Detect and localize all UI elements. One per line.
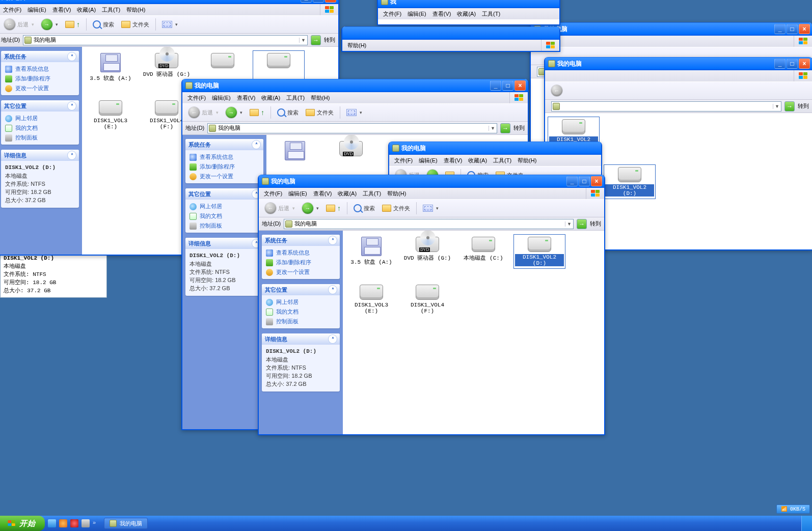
search-button[interactable]: 搜索 [90, 17, 117, 32]
address-dropdown-icon[interactable]: ▼ [299, 38, 307, 43]
menu-fav[interactable]: 收藏(A) [335, 189, 360, 199]
sidebar: 系统任务˄ 查看系统信息 添加/删除程序 更改一个设置 其它位置˄ 网上邻居 我… [182, 135, 266, 429]
forward-button[interactable]: →▾ [223, 105, 246, 120]
search-button[interactable]: 搜索 [274, 105, 302, 120]
ql-expand-icon[interactable]: » [93, 519, 101, 527]
drive-item-dvd[interactable]: DVD [326, 139, 376, 164]
sidebar: 系统任务˄ 查看系统信息 添加/删除程序 更改一个设置 其它位置˄ 网上邻居 我… [0, 47, 82, 255]
menu-help[interactable]: 帮助(H) [308, 93, 333, 103]
drive-item-f[interactable]: DISK1_VOL4 (F:) [402, 283, 453, 316]
menu-file[interactable]: 文件(F) [261, 189, 285, 199]
chevron-up-icon: ˄ [329, 335, 337, 343]
drive-item-e[interactable]: DISK1_VOL3 (E:) [346, 283, 397, 316]
close-button[interactable]: × [515, 80, 526, 91]
ql-icon[interactable] [48, 519, 56, 527]
menu-edit[interactable]: 编辑(E) [209, 93, 234, 103]
drive-item-floppy[interactable]: 3.5 软盘 (A:) [85, 51, 136, 84]
minimize-button[interactable]: _ [774, 24, 786, 34]
views-button[interactable]: ▾ [420, 201, 442, 215]
address-combo[interactable]: ▼ [284, 219, 574, 229]
drive-item-e[interactable]: DISK1_VOL3 (E:) [85, 98, 136, 132]
panel-details-header[interactable]: 详细信息˄ [262, 333, 340, 345]
forward-button[interactable]: →▾ [299, 201, 322, 215]
link-change-setting[interactable]: 更改一个设置 [266, 268, 336, 276]
menu-edit[interactable]: 编辑(E) [285, 189, 310, 199]
panel-details-header[interactable]: 详细信息˄ [1, 150, 79, 161]
address-combo[interactable]: ▼ [207, 123, 497, 133]
ql-icon[interactable] [82, 519, 90, 527]
menu-view[interactable]: 查看(V) [310, 189, 335, 199]
menu-help[interactable]: 帮助(H) [384, 189, 409, 199]
link-network[interactable]: 网上邻居 [5, 115, 75, 122]
drive-item-c[interactable]: 本地磁盘 (C:) [458, 235, 509, 268]
maximize-button[interactable]: □ [787, 24, 798, 34]
minimize-button[interactable]: _ [490, 80, 501, 91]
link-add-remove[interactable]: 添加/删除程序 [266, 259, 336, 266]
link-mydocs[interactable]: 我的文档 [5, 124, 75, 132]
link-control-panel[interactable]: 控制面板 [5, 134, 75, 142]
quick-launch: » [45, 516, 104, 531]
go-button[interactable]: → [311, 35, 321, 45]
titlebar[interactable]: 我的电脑 _ □ × [182, 79, 528, 92]
menu-tools[interactable]: 工具(T) [360, 189, 384, 199]
address-dropdown-icon[interactable]: ▼ [489, 126, 497, 131]
menu-view[interactable]: 查看(V) [234, 93, 259, 103]
views-button[interactable]: ▾ [343, 105, 365, 120]
menu-tools[interactable]: 工具(T) [283, 93, 308, 103]
address-combo[interactable]: ▼ [23, 35, 308, 45]
close-button[interactable]: × [325, 0, 336, 3]
taskbar-task[interactable]: 我的电脑 [104, 518, 148, 529]
close-button[interactable]: × [799, 59, 810, 69]
hdd-icon [211, 53, 234, 68]
system-tray[interactable] [801, 516, 812, 531]
link-change-setting[interactable]: 更改一个设置 [5, 85, 75, 92]
menu-fav[interactable]: 收藏(A) [258, 93, 283, 103]
link-system-info[interactable]: 查看系统信息 [266, 249, 336, 257]
views-button[interactable]: ▾ [159, 17, 181, 32]
minimize-button[interactable]: _ [566, 176, 578, 186]
maximize-button[interactable]: □ [787, 59, 798, 69]
drive-item-dvd[interactable]: DVDDVD 驱动器 (G:) [402, 235, 453, 268]
address-input[interactable] [292, 221, 565, 227]
up-button[interactable]: ↑ [323, 201, 344, 215]
forward-button[interactable]: →▾ [38, 17, 61, 32]
folders-button[interactable]: 文件夹 [303, 105, 337, 120]
folders-button[interactable]: 文件夹 [118, 17, 152, 32]
settings-icon [266, 269, 273, 276]
close-button[interactable]: × [591, 176, 602, 186]
maximize-button[interactable]: □ [313, 0, 324, 3]
minimize-button[interactable]: _ [301, 0, 312, 3]
drive-item-floppy[interactable] [269, 139, 320, 164]
drive-item-d-bg2[interactable]: DISK1_VOL2 (D:) [604, 165, 655, 199]
close-button[interactable]: × [799, 24, 810, 34]
up-button[interactable]: ↑ [62, 17, 83, 32]
maximize-button[interactable]: □ [579, 176, 590, 186]
link-system-info[interactable]: 查看系统信息 [5, 65, 75, 73]
panel-other-header[interactable]: 其它位置˄ [262, 284, 340, 295]
menu-file[interactable]: 文件(F) [184, 93, 209, 103]
maximize-button[interactable]: □ [502, 80, 513, 91]
go-button[interactable]: → [500, 123, 510, 133]
go-button[interactable]: → [577, 219, 587, 229]
drive-item-d[interactable]: DISK1_VOL2 (D:) [514, 235, 565, 268]
titlebar[interactable]: 我的电脑 _ □ × [259, 175, 604, 188]
panel-systasks-header[interactable]: 系统任务˄ [262, 235, 340, 246]
panel-other-header[interactable]: 其它位置˄ [1, 100, 79, 111]
start-button[interactable]: 开始 [0, 516, 45, 531]
drive-item-floppy[interactable]: 3.5 软盘 (A:) [346, 235, 397, 268]
address-dropdown-icon[interactable]: ▼ [565, 221, 573, 227]
address-input[interactable] [216, 125, 489, 131]
search-button[interactable]: 搜索 [350, 201, 378, 215]
address-input[interactable] [32, 37, 299, 43]
link-control-panel[interactable]: 控制面板 [266, 318, 336, 325]
link-network[interactable]: 网上邻居 [266, 298, 336, 306]
link-mydocs[interactable]: 我的文档 [266, 308, 336, 316]
windows-flag-icon [794, 36, 812, 47]
panel-systasks-header[interactable]: 系统任务˄ [1, 51, 79, 62]
ql-icon[interactable] [70, 519, 78, 527]
up-button[interactable]: ↑ [247, 105, 267, 120]
ql-icon[interactable] [59, 519, 67, 527]
link-add-remove[interactable]: 添加/删除程序 [5, 75, 75, 82]
minimize-button[interactable]: _ [774, 59, 786, 69]
folders-button[interactable]: 文件夹 [379, 201, 413, 215]
